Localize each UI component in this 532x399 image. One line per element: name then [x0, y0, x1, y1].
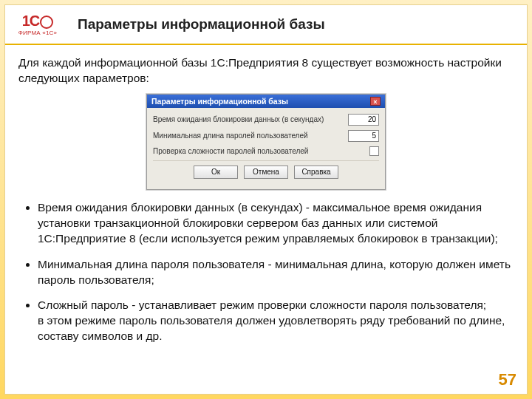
logo-circle-icon: [40, 16, 53, 29]
cancel-button[interactable]: Отмена: [244, 166, 288, 179]
ok-button[interactable]: Ок: [194, 166, 238, 179]
list-item: Время ожидания блокировки данных (в секу…: [38, 200, 514, 247]
infobase-params-dialog: Параметры информационной базы × Время ож…: [146, 94, 386, 190]
bullet-list: Время ожидания блокировки данных (в секу…: [18, 200, 514, 344]
logo-text: 1С: [22, 13, 40, 30]
bullet-text: Сложный пароль - устанавливает режим про…: [38, 299, 505, 342]
slide-body: Для каждой информационной базы 1С:Предпр…: [5, 45, 527, 344]
list-item: Сложный пароль - устанавливает режим про…: [38, 298, 514, 344]
bullet-text: Минимальная длина пароля пользователя - …: [38, 258, 511, 286]
logo-1c: 1С ФИРМА «1С»: [8, 7, 67, 41]
password-complexity-label: Проверка сложности паролей пользователей: [153, 147, 308, 155]
help-button[interactable]: Справка: [294, 166, 338, 179]
dialog-titlebar: Параметры информационной базы ×: [147, 95, 385, 108]
min-password-length-label: Минимальная длина паролей пользователей: [153, 132, 308, 140]
logo-subtext: ФИРМА «1С»: [18, 30, 57, 36]
list-item: Минимальная длина пароля пользователя - …: [38, 257, 514, 288]
intro-text: Для каждой информационной базы 1С:Предпр…: [18, 55, 514, 86]
dialog-title: Параметры информационной базы: [151, 97, 288, 106]
lock-timeout-label: Время ожидания блокировки данных (в секу…: [153, 115, 324, 123]
close-icon[interactable]: ×: [370, 97, 381, 106]
password-complexity-checkbox[interactable]: [369, 146, 379, 156]
min-password-length-input[interactable]: [348, 130, 379, 142]
lock-timeout-input[interactable]: [348, 114, 379, 126]
page-title: Параметры информационной базы: [78, 16, 325, 33]
header: 1С ФИРМА «1С» Параметры информационной б…: [5, 5, 527, 45]
bullet-text: Время ожидания блокировки данных (в секу…: [38, 201, 498, 245]
page-number: 57: [499, 370, 516, 389]
